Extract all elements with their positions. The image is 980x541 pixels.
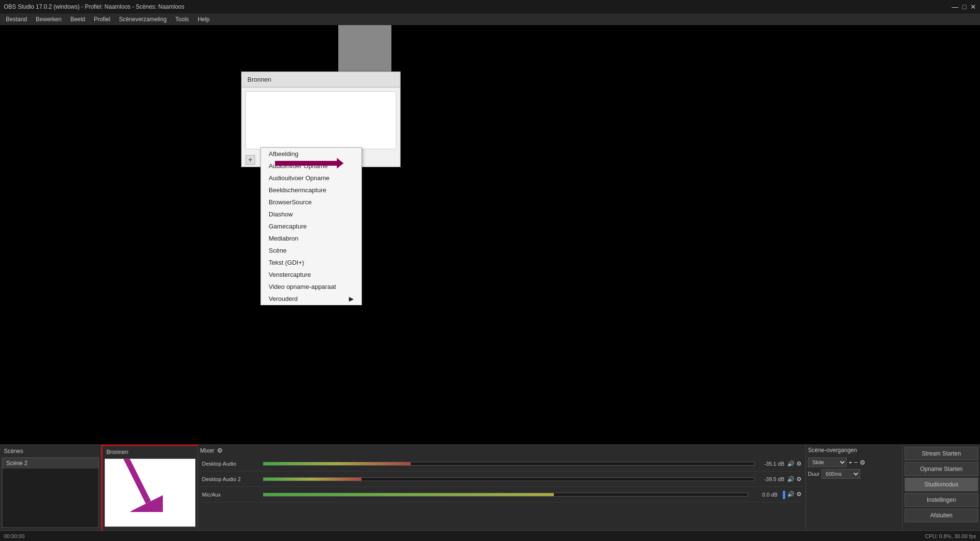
studio-mode-button[interactable]: Studiomodus: [905, 478, 978, 491]
bronnen-popup: Bronnen Afbeelding Audioinvoer Opname Au…: [241, 71, 401, 167]
scenes-panel: Scènes Scène 2 + − ∧ ∨: [0, 445, 101, 541]
bronnen-add-btn[interactable]: +: [245, 155, 255, 165]
channel-icons-2: ▐ 🔊 ⚙: [780, 491, 802, 498]
ctx-venstercapture[interactable]: Venstercapture: [261, 269, 361, 281]
transitions-settings-btn[interactable]: ⚙: [860, 459, 865, 466]
channel-db-1: -39.5 dB: [758, 476, 784, 482]
scene-item[interactable]: Scène 2: [2, 458, 99, 469]
record-start-button[interactable]: Opname Starten: [905, 462, 978, 476]
ctx-verouderd-label: Verouderd: [269, 295, 298, 302]
svg-line-1: [124, 458, 148, 502]
transitions-add-btn[interactable]: +: [849, 459, 852, 466]
maximize-button[interactable]: □: [963, 3, 966, 11]
statusbar: 00:00:00 CPU: 0.8%, 30.00 fps: [0, 530, 980, 541]
transitions-panel: Scène-overgangen Slide Cut Fade + − ⚙ Du…: [806, 445, 903, 541]
mute-icon-0[interactable]: 🔊: [787, 460, 794, 467]
ctx-video-opname[interactable]: Video opname-apparaat: [261, 281, 361, 293]
ctx-diashow[interactable]: Diashow: [261, 208, 361, 220]
transitions-duration-row: Duur 600ms 300ms 1000ms: [808, 468, 900, 480]
channel-name-2: Mic/Aux: [202, 492, 260, 498]
status-cpu: CPU: 0.8%, 30.00 fps: [925, 533, 976, 539]
menu-sceneverzameling[interactable]: Scèneverzameling: [115, 15, 171, 24]
ctx-browser[interactable]: BrowserSource: [261, 196, 361, 208]
titlebar: OBS Studio 17.0.2 (windows) - Profiel: N…: [0, 0, 980, 14]
status-time: 00:00:00: [4, 533, 25, 539]
transitions-remove-btn[interactable]: −: [854, 459, 858, 466]
volume-indicator-2: ▐: [780, 491, 785, 498]
channel-name-1: Desktop Audio 2: [202, 476, 260, 482]
channel-bar-2: [263, 493, 748, 497]
menu-bewerken[interactable]: Bewerken: [32, 15, 65, 24]
menu-help[interactable]: Help: [194, 15, 214, 24]
channel-fill-2: [263, 493, 554, 496]
mixer-panel: Mixer ⚙ Desktop Audio -35.1 dB 🔊 ⚙ Deskt…: [198, 445, 806, 541]
channel-settings-icon-0[interactable]: ⚙: [796, 460, 802, 467]
mute-icon-2[interactable]: 🔊: [787, 491, 794, 498]
sources-panel: Bronnen + − ⚙ ∧ ∨: [101, 445, 198, 541]
ctx-verouderd[interactable]: Verouderd ▶: [261, 293, 361, 305]
transitions-type-row: Slide Cut Fade + − ⚙: [808, 456, 900, 468]
mixer-channel-2: Mic/Aux 0.0 dB ▐ 🔊 ⚙: [200, 487, 804, 502]
ctx-scene[interactable]: Scène: [261, 244, 361, 256]
channel-icons-1: 🔊 ⚙: [787, 476, 802, 483]
ctx-beeldscherm[interactable]: Beeldschermcapture: [261, 184, 361, 196]
controls-panel: Stream Starten Opname Starten Studiomodu…: [903, 445, 980, 541]
close-button[interactable]: ✕: [970, 3, 976, 11]
diagonal-arrow-icon: [115, 458, 163, 512]
mute-icon-1[interactable]: 🔊: [787, 476, 794, 483]
channel-fill-1: [263, 478, 361, 481]
minimize-button[interactable]: —: [952, 3, 959, 11]
titlebar-title: OBS Studio 17.0.2 (windows) - Profiel: N…: [4, 3, 185, 10]
channel-icons-0: 🔊 ⚙: [787, 460, 802, 467]
ctx-verouderd-arrow: ▶: [349, 295, 354, 302]
bronnen-popup-title: Bronnen: [242, 72, 400, 87]
menu-bestand[interactable]: Bestand: [2, 15, 31, 24]
stream-start-button[interactable]: Stream Starten: [905, 447, 978, 460]
channel-settings-icon-1[interactable]: ⚙: [796, 476, 802, 483]
channel-name-0: Desktop Audio: [202, 461, 260, 467]
mixer-title: Mixer: [200, 447, 214, 454]
exit-button[interactable]: Afsluiten: [905, 509, 978, 522]
mixer-settings-icon[interactable]: ⚙: [217, 447, 223, 454]
ctx-tekst[interactable]: Tekst (GDI+): [261, 256, 361, 269]
ctx-mediabron[interactable]: Mediabron: [261, 232, 361, 244]
mixer-channel-0: Desktop Audio -35.1 dB 🔊 ⚙: [200, 456, 804, 471]
menu-beeld[interactable]: Beeld: [66, 15, 89, 24]
menu-tools[interactable]: Tools: [172, 15, 193, 24]
preview: [0, 25, 980, 444]
mixer-channel-1: Desktop Audio 2 -39.5 dB 🔊 ⚙: [200, 471, 804, 487]
channel-settings-icon-2[interactable]: ⚙: [796, 491, 802, 498]
sources-list: [104, 458, 196, 527]
bronnen-popup-inner: Afbeelding Audioinvoer Opname Audiouitvo…: [245, 91, 396, 149]
scenes-title: Scènes: [2, 447, 99, 457]
transitions-duration-select[interactable]: 600ms 300ms 1000ms: [821, 469, 860, 479]
context-menu: Afbeelding Audioinvoer Opname Audiouitvo…: [260, 147, 362, 305]
mixer-title-row: Mixer ⚙: [200, 447, 804, 456]
transitions-title: Scène-overgangen: [808, 447, 900, 456]
channel-bar-0: [263, 462, 755, 466]
transitions-duration-label: Duur: [808, 471, 820, 477]
horiz-arrow: [275, 161, 338, 166]
scenes-list: Scène 2: [2, 457, 99, 528]
ctx-gamecapture[interactable]: Gamecapture: [261, 220, 361, 232]
transitions-type-select[interactable]: Slide Cut Fade: [808, 457, 847, 467]
big-arrow-icon: [275, 161, 338, 166]
sources-title: Bronnen: [104, 448, 196, 458]
settings-button[interactable]: Instellingen: [905, 493, 978, 507]
bottom-panel: Scènes Scène 2 + − ∧ ∨ Bronnen +: [0, 444, 980, 541]
ctx-audiouitvoer[interactable]: Audiouitvoer Opname: [261, 172, 361, 184]
menu-profiel[interactable]: Profiel: [90, 15, 114, 24]
ctx-afbeelding[interactable]: Afbeelding: [261, 148, 361, 160]
titlebar-controls[interactable]: — □ ✕: [952, 3, 976, 11]
channel-db-0: -35.1 dB: [758, 461, 784, 467]
channel-fill-0: [263, 462, 411, 465]
menubar: Bestand Bewerken Beeld Profiel Scèneverz…: [0, 14, 980, 25]
main-area: [0, 25, 980, 444]
channel-db-2: 0.0 dB: [751, 492, 778, 498]
channel-bar-1: [263, 477, 755, 481]
